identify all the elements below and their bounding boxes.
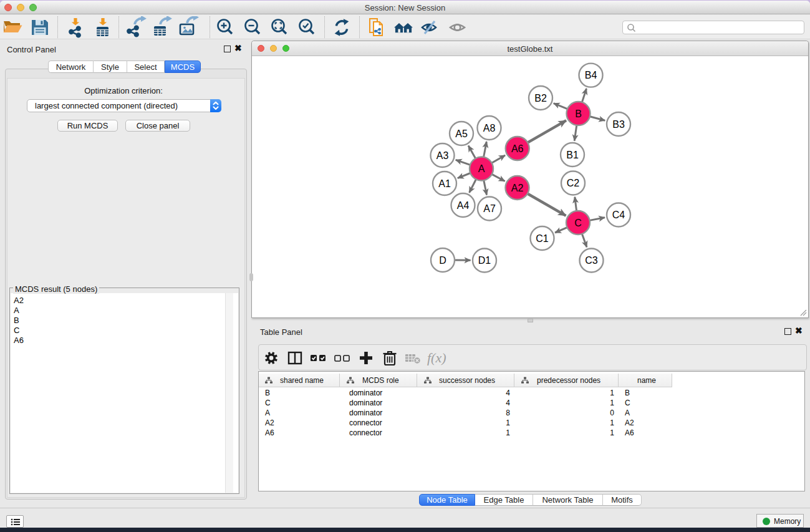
svg-text:A5: A5 xyxy=(455,128,468,139)
svg-text:A7: A7 xyxy=(483,203,496,214)
svg-text:C3: C3 xyxy=(585,255,598,266)
svg-text:A: A xyxy=(478,163,485,174)
svg-text:A3: A3 xyxy=(436,150,449,161)
svg-text:B2: B2 xyxy=(534,93,547,104)
svg-text:C4: C4 xyxy=(612,210,625,220)
svg-text:A1: A1 xyxy=(438,178,451,189)
svg-text:B3: B3 xyxy=(612,119,625,130)
svg-text:C2: C2 xyxy=(567,178,580,188)
svg-text:A6: A6 xyxy=(511,143,524,154)
svg-text:C: C xyxy=(574,218,582,228)
svg-text:B1: B1 xyxy=(566,150,579,160)
svg-text:A8: A8 xyxy=(483,123,496,133)
svg-text:D: D xyxy=(439,255,446,266)
svg-text:B4: B4 xyxy=(585,70,597,80)
svg-text:B: B xyxy=(575,109,582,119)
svg-text:C1: C1 xyxy=(536,233,549,244)
svg-text:A4: A4 xyxy=(457,200,470,211)
svg-text:A2: A2 xyxy=(511,183,524,193)
svg-text:D1: D1 xyxy=(478,255,491,266)
